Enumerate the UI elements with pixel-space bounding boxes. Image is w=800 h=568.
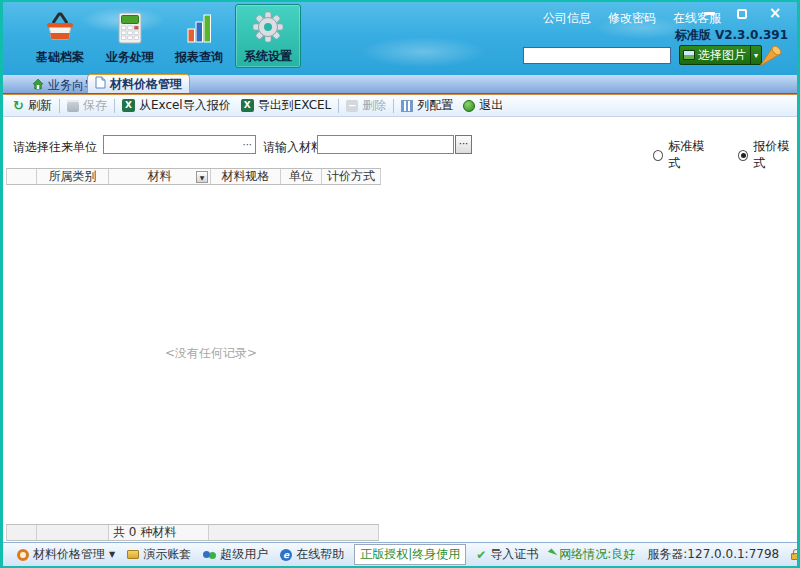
lock-icon [791,553,800,560]
app-header: 基础档案 业务处理 [3,2,797,75]
tab-material-price[interactable]: 材料价格管理 [87,74,190,93]
maximize-icon [737,9,747,19]
close-button[interactable]: × [767,7,783,20]
vendor-browse-button[interactable]: ··· [239,140,255,150]
minimize-button[interactable] [701,7,717,20]
vendor-label: 请选择往来单位 [13,139,97,156]
users-icon [203,551,210,558]
nav-basic-files[interactable]: 基础档案 [27,4,93,68]
refresh-icon: ↻ [13,100,24,112]
vendor-field: ··· [103,135,256,154]
col-spec[interactable]: 材料规格 [211,169,281,184]
check-icon: ✔ [476,548,486,562]
col-pricing-method[interactable]: 计价方式 [322,169,381,184]
lock-screen-button[interactable]: 锁 屏 [785,546,800,563]
column-config-button[interactable]: 列配置 [396,97,458,114]
mode-radio-group: 标准模式 报价模式 [653,138,797,172]
company-info-link[interactable]: 公司信息 [543,10,591,27]
toolbar-separator [338,99,339,113]
current-user-item[interactable]: 超级用户 [197,546,274,563]
import-from-excel-button[interactable]: X 从Excel导入报价 [117,97,236,114]
module-menu[interactable]: 材料价格管理 ▼ [11,546,121,563]
basket-icon [41,6,79,46]
module-dropdown-icon: ▼ [109,550,115,559]
maximize-button[interactable] [734,7,750,20]
status-bar: 材料价格管理 ▼ 演示账套 超级用户 e 在线帮助 正版授权|终身使用 ✔ 导入… [3,542,797,566]
material-field [317,135,454,154]
change-password-link[interactable]: 修改密码 [608,10,656,27]
vendor-input[interactable] [104,137,239,152]
minimize-icon [704,12,715,15]
delete-button[interactable]: − 删除 [341,97,391,114]
material-label: 请输入材料 [263,139,323,156]
exit-icon [463,100,475,112]
excel-icon: X [241,99,254,112]
refresh-button[interactable]: ↻ 刷新 [8,97,57,114]
toolbar-separator [114,99,115,113]
license-badge: 正版授权|终身使用 [354,544,466,565]
radio-icon [653,150,663,161]
material-browse-button[interactable]: ··· [455,135,472,154]
network-status-item[interactable]: 网络情况:良好 [544,546,641,563]
toolbar-separator [59,99,60,113]
table-header: 所属类别 材料 ▼ 材料规格 单位 计价方式 [6,168,381,185]
window-controls: × [701,7,783,20]
empty-records-text: <没有任何记录> [165,345,257,362]
calculator-icon [113,6,147,46]
column-filter-dropdown[interactable]: ▼ [196,171,208,183]
table-summary-row: 共 0 种材料 [6,524,379,541]
save-button[interactable]: 保存 [62,97,112,114]
select-image-button[interactable]: 选择图片 ▾ [679,45,762,65]
nav-label: 业务处理 [106,49,154,66]
quote-mode-option[interactable]: 报价模式 [738,138,797,172]
module-icon [17,549,29,561]
nav-report-query[interactable]: 报表查询 [166,4,232,68]
columns-icon [401,100,413,112]
nav-label: 基础档案 [36,49,84,66]
col-material[interactable]: 材料 ▼ [109,169,211,184]
server-address: 服务器:127.0.0.1:7798 [641,546,785,563]
main-content: 请选择往来单位 ··· 请输入材料 ··· 标准模式 报价模式 所属类别 材料 [3,117,797,542]
image-path-input[interactable] [523,47,671,64]
col-category[interactable]: 所属类别 [37,169,109,184]
excel-icon: X [122,99,135,112]
delete-icon: − [346,100,358,112]
home-icon [32,78,44,93]
col-unit[interactable]: 单位 [281,169,322,184]
demo-account-item[interactable]: 演示账套 [121,546,197,563]
toolbar: ↻ 刷新 保存 X 从Excel导入报价 X 导出到EXCEL − 删除 列配置 [3,94,797,117]
nav-business-processing[interactable]: 业务处理 [97,4,163,68]
nav-system-settings[interactable]: 系统设置 [235,4,301,68]
tab-label: 材料价格管理 [110,76,182,93]
col-indicator[interactable] [7,169,37,184]
help-globe-icon: e [280,549,292,561]
material-input[interactable] [318,137,453,152]
bar-chart-icon [181,6,217,46]
toolbar-separator [393,99,394,113]
import-certificate-item[interactable]: ✔ 导入证书 [470,546,544,563]
document-icon [95,76,106,92]
standard-mode-option[interactable]: 标准模式 [653,138,712,172]
nav-label: 报表查询 [175,49,223,66]
export-to-excel-button[interactable]: X 导出到EXCEL [236,97,337,114]
network-icon [548,548,558,558]
header-links: 公司信息 修改密码 在线客服 [543,10,721,27]
exit-button[interactable]: 退出 [458,97,508,114]
material-count-text: 共 0 种材料 [109,525,209,540]
save-icon [67,100,79,112]
radio-checked-icon [738,150,748,161]
nav-label: 系统设置 [244,48,292,65]
online-help-item[interactable]: e 在线帮助 [274,546,350,563]
gear-icon [250,5,286,45]
tab-bar: 业务向导 材料价格管理 [3,75,797,94]
picture-icon [683,50,695,60]
horn-icon[interactable] [756,42,784,73]
app-window: 基础档案 业务处理 [0,0,800,568]
account-book-icon [127,550,139,559]
